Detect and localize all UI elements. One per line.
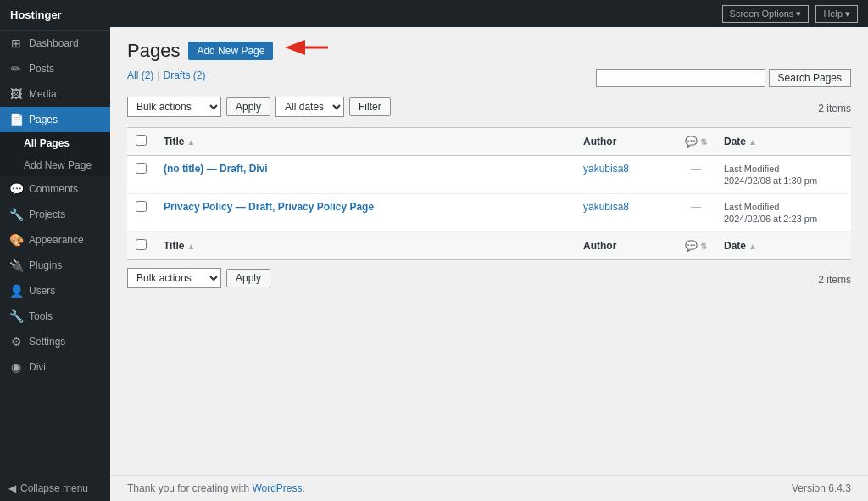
title-sort-icon: ▲ [186,137,195,147]
row-checkbox-cell [127,156,155,194]
sidebar-item-projects[interactable]: 🔧 Projects [0,202,110,227]
page-header: Pages Add New Page [127,40,851,62]
divi-icon: ◉ [8,360,24,374]
pages-table: Title ▲ Author 💬 ⇅ [127,127,851,260]
comments-column-footer[interactable]: 💬 ⇅ [676,232,715,260]
apply-button-bottom[interactable]: Apply [226,269,270,287]
add-new-page-button[interactable]: Add New Page [188,42,273,60]
page-title: Pages [127,40,180,62]
top-filter-bar: Bulk actions Edit Move to Trash Apply Al… [127,97,391,117]
appearance-icon: 🎨 [8,233,24,247]
sidebar-item-divi[interactable]: ◉ Divi [0,354,110,380]
page-title-link[interactable]: Privacy Policy — Draft, Privacy Policy P… [164,201,374,213]
select-all-header[interactable] [127,128,155,156]
sidebar-item-label: Posts [29,63,54,75]
filter-all-link[interactable]: All (2) [127,70,153,81]
sidebar-submenu-add-new-page[interactable]: Add New Page [0,154,110,176]
brand-name: Hostinger [10,8,62,21]
red-arrow-svg [281,35,332,60]
chevron-down-icon: ▾ [845,8,850,19]
date-column-header[interactable]: Date ▲ [715,128,851,156]
date-footer-label: Date [724,240,746,252]
sidebar-item-appearance[interactable]: 🎨 Appearance [0,227,110,253]
author-link[interactable]: yakubisa8 [583,201,629,213]
search-pages-button[interactable]: Search Pages [769,69,851,87]
screen-options-button[interactable]: Screen Options ▾ [722,5,810,23]
bulk-actions-select-bottom[interactable]: Bulk actions Edit Move to Trash [127,268,221,288]
title-footer-label: Title [164,240,184,252]
posts-icon: ✏ [8,62,24,75]
author-column-header: Author [575,128,676,156]
date-sort-icon-footer: ▲ [748,242,757,251]
select-all-checkbox[interactable] [136,135,147,146]
sidebar-item-label: Comments [29,183,78,195]
author-header-label: Author [583,136,616,148]
screen-options-label: Screen Options [730,8,794,19]
search-input[interactable] [596,69,765,87]
table-row: Privacy Policy — Draft, Privacy Policy P… [127,194,851,232]
sidebar-item-label: Users [29,285,55,297]
comments-value: — [691,163,701,175]
sidebar-item-media[interactable]: 🖼 Media [0,81,110,107]
date-header-label: Date [724,136,746,148]
red-arrow-indicator [281,35,332,66]
date-label: Last Modified [724,202,779,212]
help-button[interactable]: Help ▾ [815,5,858,23]
sidebar-item-label: Media [29,88,57,100]
filter-drafts-link[interactable]: Drafts (2) [163,70,205,81]
sidebar: Hostinger ⊞ Dashboard ✏ Posts 🖼 Media 📄 … [0,0,110,501]
apply-button-top[interactable]: Apply [226,97,270,116]
row-date-cell: Last Modified 2024/02/08 at 1:30 pm [715,156,851,194]
sidebar-item-label: Plugins [29,259,62,271]
sidebar-item-settings[interactable]: ⚙ Settings [0,329,110,354]
row-comments-cell: — [676,156,715,194]
dashboard-icon: ⊞ [8,36,24,50]
wordpress-link[interactable]: WordPress [252,482,302,494]
comments-sort-icon: ⇅ [700,137,707,147]
tools-icon: 🔧 [8,309,24,323]
help-label: Help [823,8,843,19]
row-comments-cell: — [676,194,715,232]
sidebar-item-comments[interactable]: 💬 Comments [0,176,110,202]
sidebar-item-label: Appearance [29,234,84,246]
version-text: Version 6.4.3 [792,482,851,494]
page-title-link[interactable]: (no title) — Draft, Divi [164,163,268,175]
comments-column-header[interactable]: 💬 ⇅ [676,128,715,156]
sidebar-item-label: Dashboard [29,37,79,49]
title-column-footer[interactable]: Title ▲ [155,232,575,260]
sidebar-item-plugins[interactable]: 🔌 Plugins [0,253,110,278]
comments-sort-icon-footer: ⇅ [700,242,707,251]
filter-button[interactable]: Filter [349,97,391,116]
bottom-filter-bar: Bulk actions Edit Move to Trash Apply [127,268,270,288]
sidebar-submenu-all-pages[interactable]: All Pages [0,132,110,154]
bulk-actions-select-top[interactable]: Bulk actions Edit Move to Trash [127,97,221,117]
date-column-footer[interactable]: Date ▲ [715,232,851,260]
comments-value: — [691,201,701,213]
filter-links: All (2) | Drafts (2) [127,70,205,81]
sidebar-item-posts[interactable]: ✏ Posts [0,56,110,81]
row-checkbox[interactable] [136,201,147,212]
sidebar-item-dashboard[interactable]: ⊞ Dashboard [0,31,110,56]
table-body: (no title) — Draft, Divi yakubisa8 — Las… [127,156,851,232]
collapse-menu[interactable]: ◀ Collapse menu [0,476,110,501]
select-all-checkbox-footer[interactable] [136,239,147,250]
sidebar-item-label: Settings [29,336,65,348]
author-link[interactable]: yakubisa8 [583,163,629,175]
brand-logo[interactable]: Hostinger [0,0,110,31]
select-all-footer[interactable] [127,232,155,260]
chevron-down-icon: ▾ [796,8,801,19]
comments-icon: 💬 [8,182,24,196]
users-icon: 👤 [8,284,24,298]
sidebar-item-users[interactable]: 👤 Users [0,278,110,303]
sidebar-item-tools[interactable]: 🔧 Tools [0,303,110,329]
sidebar-item-pages[interactable]: 📄 Pages [0,107,110,132]
footer-text: Thank you for creating with WordPress. [127,482,305,494]
table-header-row: Title ▲ Author 💬 ⇅ [127,128,851,156]
sidebar-item-label: Pages [29,114,58,125]
row-checkbox[interactable] [136,163,147,174]
all-dates-select[interactable]: All dates [275,97,344,117]
row-checkbox-cell [127,194,155,232]
title-column-header[interactable]: Title ▲ [155,128,575,156]
author-column-footer: Author [575,232,676,260]
top-filter-row: Bulk actions Edit Move to Trash Apply Al… [127,92,851,124]
